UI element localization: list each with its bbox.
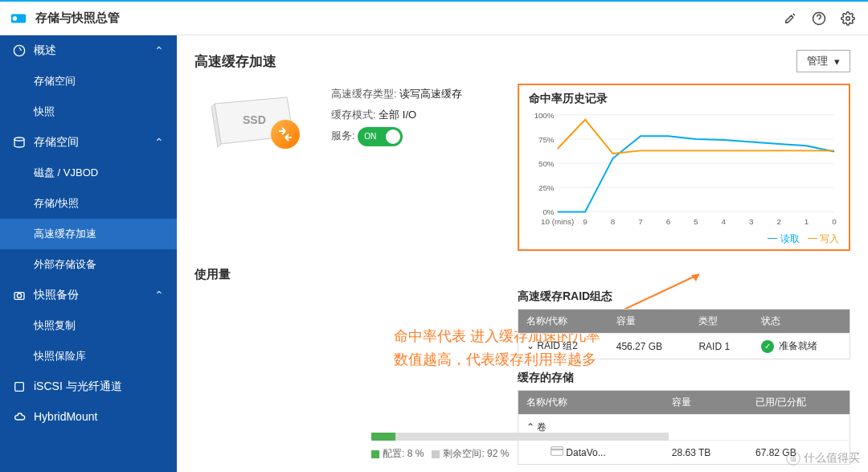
sidebar-item-storage-snapshot[interactable]: 存储/快照 bbox=[0, 188, 177, 219]
chart-legend: ━ 读取 ━ 写入 bbox=[529, 232, 839, 246]
sidebar-item-overview[interactable]: 概述 ⌃ bbox=[0, 35, 177, 66]
sidebar-item-label: iSCSI 与光纤通道 bbox=[34, 380, 122, 394]
sidebar-item-overview-snapshot[interactable]: 快照 bbox=[0, 96, 177, 127]
svg-text:8: 8 bbox=[611, 217, 616, 226]
raid-table: 名称/代称容量类型状态 ⌄ RAID 组2 456.27 GB RAID 1 ✓… bbox=[518, 309, 850, 359]
network-icon bbox=[13, 380, 26, 393]
check-icon: ✓ bbox=[761, 340, 774, 353]
table-row[interactable]: ⌄ RAID 组2 456.27 GB RAID 1 ✓准备就绪 bbox=[518, 334, 850, 359]
chevron-up-icon: ⌃ bbox=[154, 289, 164, 302]
sidebar: 概述 ⌃ 存储空间 快照 存储空间 ⌃ 磁盘 / VJBOD 存储/快照 高速缓… bbox=[0, 35, 177, 472]
sidebar-item-label: 快照备份 bbox=[34, 288, 79, 302]
svg-text:1: 1 bbox=[805, 217, 809, 226]
watermark: 值 什么值得买 bbox=[786, 451, 860, 466]
sidebar-item-hybridmount[interactable]: HybridMount bbox=[0, 402, 177, 431]
svg-point-7 bbox=[17, 293, 21, 298]
cloud-icon bbox=[13, 410, 26, 423]
chevron-up-icon: ⌃ bbox=[154, 44, 164, 57]
chevron-up-icon: ⌃ bbox=[154, 136, 164, 149]
svg-rect-8 bbox=[15, 383, 24, 392]
svg-text:0%: 0% bbox=[542, 207, 554, 216]
sidebar-item-cache-accel[interactable]: 高速缓存加速 bbox=[0, 219, 177, 249]
svg-text:5: 5 bbox=[694, 217, 698, 226]
svg-text:10 (mins): 10 (mins) bbox=[541, 217, 574, 226]
status-badge: ✓准备就绪 bbox=[761, 339, 817, 353]
sidebar-item-snapshot-copy[interactable]: 快照复制 bbox=[0, 310, 177, 341]
app-icon bbox=[10, 10, 27, 27]
manage-button[interactable]: 管理 ▾ bbox=[796, 50, 850, 72]
sidebar-item-snapshot-vault[interactable]: 快照保险库 bbox=[0, 341, 177, 371]
svg-point-10 bbox=[271, 120, 300, 149]
sidebar-item-disks[interactable]: 磁盘 / VJBOD bbox=[0, 158, 177, 188]
sidebar-item-label: 概述 bbox=[34, 43, 56, 58]
svg-text:值: 值 bbox=[790, 455, 796, 462]
app-title: 存储与快照总管 bbox=[35, 10, 120, 26]
svg-point-3 bbox=[846, 16, 850, 20]
page-title: 高速缓存加速 bbox=[194, 52, 276, 71]
watermark-icon: 值 bbox=[786, 451, 800, 466]
gauge-icon bbox=[13, 44, 26, 57]
cache-mode-value: 全部 I/O bbox=[379, 109, 416, 121]
used-pct: 8 % bbox=[407, 448, 424, 459]
cache-type-value: 读写高速缓存 bbox=[399, 88, 462, 100]
sidebar-item-iscsi[interactable]: iSCSI 与光纤通道 bbox=[0, 371, 177, 402]
sidebar-item-label: 存储空间 bbox=[34, 135, 79, 150]
chevron-down-icon: ▾ bbox=[834, 55, 840, 68]
svg-point-1 bbox=[13, 16, 18, 21]
usage-bar: 配置: 8 % 剩余空间: 92 % bbox=[371, 433, 669, 461]
free-pct: 92 % bbox=[487, 448, 509, 459]
chart-canvas: 0%25%50%75%100%10 (mins)9876543210 bbox=[529, 109, 839, 230]
titlebar: 存储与快照总管 bbox=[0, 0, 868, 35]
cached-section-title: 缓存的存储 bbox=[518, 371, 850, 385]
main-content: 高速缓存加速 管理 ▾ SSD bbox=[177, 35, 868, 472]
sidebar-item-label: HybridMount bbox=[34, 410, 97, 423]
chart-title: 命中率历史记录 bbox=[529, 92, 839, 106]
svg-text:SSD: SSD bbox=[243, 113, 266, 126]
svg-text:6: 6 bbox=[666, 217, 671, 226]
chevron-down-icon: ⌄ bbox=[526, 340, 534, 351]
cache-summary: SSD 高速缓存类型: 读写高速缓存 缓存模式: 全部 I/O 服务: ON bbox=[194, 84, 462, 251]
sidebar-item-snapshot-backup[interactable]: 快照备份 ⌃ bbox=[0, 280, 177, 310]
svg-text:50%: 50% bbox=[538, 159, 555, 168]
svg-point-5 bbox=[14, 137, 24, 141]
svg-text:75%: 75% bbox=[538, 135, 555, 144]
svg-point-4 bbox=[14, 45, 24, 55]
chevron-up-icon: ⌃ bbox=[526, 421, 534, 433]
svg-text:7: 7 bbox=[638, 217, 643, 226]
tools-icon[interactable] bbox=[780, 8, 800, 29]
sidebar-item-overview-storage[interactable]: 存储空间 bbox=[0, 66, 177, 96]
svg-text:3: 3 bbox=[749, 217, 754, 226]
raid-section-title: 高速缓存RAID组态 bbox=[518, 289, 850, 304]
disk-icon bbox=[13, 136, 26, 149]
camera-icon bbox=[13, 289, 26, 302]
settings-icon[interactable] bbox=[837, 8, 858, 29]
sidebar-item-external[interactable]: 外部存储设备 bbox=[0, 249, 177, 280]
svg-text:0: 0 bbox=[832, 217, 837, 226]
svg-text:2: 2 bbox=[776, 217, 781, 226]
svg-text:25%: 25% bbox=[538, 183, 555, 192]
svg-text:100%: 100% bbox=[534, 111, 554, 120]
sidebar-item-storage[interactable]: 存储空间 ⌃ bbox=[0, 127, 177, 158]
ssd-icon: SSD bbox=[194, 84, 315, 164]
usage-title: 使用量 bbox=[194, 267, 850, 282]
svg-text:4: 4 bbox=[722, 217, 727, 226]
svg-text:9: 9 bbox=[583, 217, 588, 226]
service-toggle[interactable]: ON bbox=[358, 127, 403, 146]
hitrate-chart: 命中率历史记录 0%25%50%75%100%10 (mins)98765432… bbox=[518, 84, 850, 251]
help-icon[interactable] bbox=[809, 8, 829, 29]
